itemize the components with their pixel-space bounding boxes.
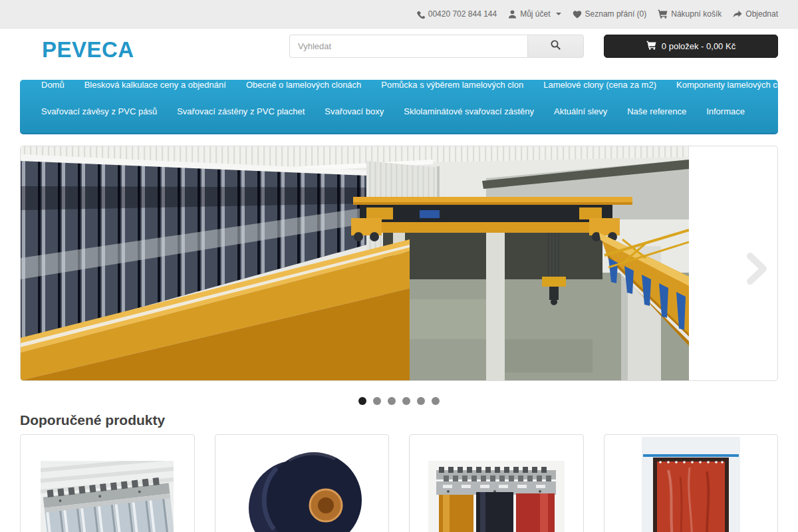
- carousel-next-button[interactable]: [745, 251, 768, 289]
- menu-item-selection-helper[interactable]: Pomůcka s výběrem lamelových clon: [371, 80, 533, 90]
- carousel-dot-5[interactable]: [417, 397, 425, 405]
- cart-link[interactable]: Nákupní košík: [658, 9, 722, 19]
- product-image-pvc-roll[interactable]: [215, 442, 389, 532]
- account-label: Můj účet: [520, 9, 550, 19]
- product-image-strip-mounting[interactable]: [21, 461, 194, 532]
- hero-carousel: [20, 146, 778, 381]
- product-image-colored-strips[interactable]: [410, 461, 583, 532]
- product-card-4[interactable]: [604, 434, 779, 532]
- menu-row-2: Svařovací závěsy z PVC pásů Svařovací zá…: [20, 106, 778, 133]
- featured-products-row: [20, 434, 778, 532]
- checkout-label: Objednat: [745, 9, 778, 19]
- phone-link[interactable]: 00420 702 844 144: [416, 9, 497, 19]
- cart-total-button[interactable]: 0 položek - 0,00 Kč: [604, 35, 778, 58]
- carousel-dot-6[interactable]: [432, 397, 440, 405]
- carousel-dots: [0, 397, 798, 405]
- share-arrow-icon: [733, 10, 742, 19]
- carousel-dot-1[interactable]: [358, 397, 366, 405]
- menu-item-information[interactable]: Informace: [696, 106, 755, 116]
- featured-products-heading: Doporučené produkty: [20, 412, 778, 428]
- user-icon: [508, 10, 517, 19]
- search-box: [289, 35, 584, 58]
- search-input[interactable]: [289, 35, 527, 58]
- phone-number: 00420 702 844 144: [428, 9, 497, 19]
- heart-icon: [573, 10, 582, 19]
- menu-item-welding-screens[interactable]: Svařovací zástěny z PVC plachet: [167, 106, 315, 116]
- carousel-dot-3[interactable]: [388, 397, 396, 405]
- menu-item-curtains-price[interactable]: Lamelové clony (cena za m2): [533, 80, 666, 90]
- phone-icon: [416, 10, 425, 19]
- cart-total-label: 0 položek - 0,00 Kč: [662, 41, 735, 51]
- account-dropdown[interactable]: Můj účet: [508, 9, 561, 19]
- menu-item-components[interactable]: Komponenty lamelových clon: [666, 80, 798, 90]
- checkout-link[interactable]: Objednat: [733, 9, 778, 19]
- menu-item-welding-boxes[interactable]: Svařovací boxy: [315, 106, 394, 116]
- carousel-dot-4[interactable]: [402, 397, 410, 405]
- main-menu: Domů Blesková kalkulace ceny a objednání…: [20, 80, 778, 134]
- menu-item-home[interactable]: Domů: [31, 80, 74, 90]
- menu-row-1: Domů Blesková kalkulace ceny a objednání…: [20, 80, 778, 106]
- menu-item-welding-strips[interactable]: Svařovací závěsy z PVC pásů: [31, 106, 167, 116]
- product-image-welding-curtain[interactable]: [604, 437, 778, 532]
- header: PEVECA 0 položek - 0,00 Kč: [0, 29, 798, 78]
- hero-slide-image: [21, 146, 689, 380]
- cart-label: Nákupní košík: [671, 9, 722, 19]
- chevron-down-icon: [556, 13, 561, 15]
- carousel-dot-2[interactable]: [373, 397, 381, 405]
- menu-item-quick-calc[interactable]: Blesková kalkulace ceny a objednání: [74, 80, 236, 90]
- menu-item-references[interactable]: Naše reference: [617, 106, 696, 116]
- search-button[interactable]: [527, 35, 584, 58]
- cart-icon-white: [646, 41, 656, 52]
- cart-icon: [658, 9, 668, 19]
- menu-item-discounts[interactable]: Aktuální slevy: [544, 106, 617, 116]
- menu-item-about-curtains[interactable]: Obecně o lamelových clonách: [236, 80, 371, 90]
- wishlist-label: Seznam přání (0): [585, 9, 647, 19]
- product-card-2[interactable]: [215, 434, 390, 532]
- site-logo[interactable]: PEVECA: [42, 37, 134, 63]
- search-icon: [550, 39, 561, 53]
- product-card-3[interactable]: [409, 434, 584, 532]
- menu-item-fiberglass-screens[interactable]: Sklolaminátové svařovací zástěny: [394, 106, 544, 116]
- topbar: 00420 702 844 144 Můj účet Seznam přání …: [0, 0, 798, 29]
- wishlist-link[interactable]: Seznam přání (0): [573, 9, 647, 19]
- product-card-1[interactable]: [20, 434, 195, 532]
